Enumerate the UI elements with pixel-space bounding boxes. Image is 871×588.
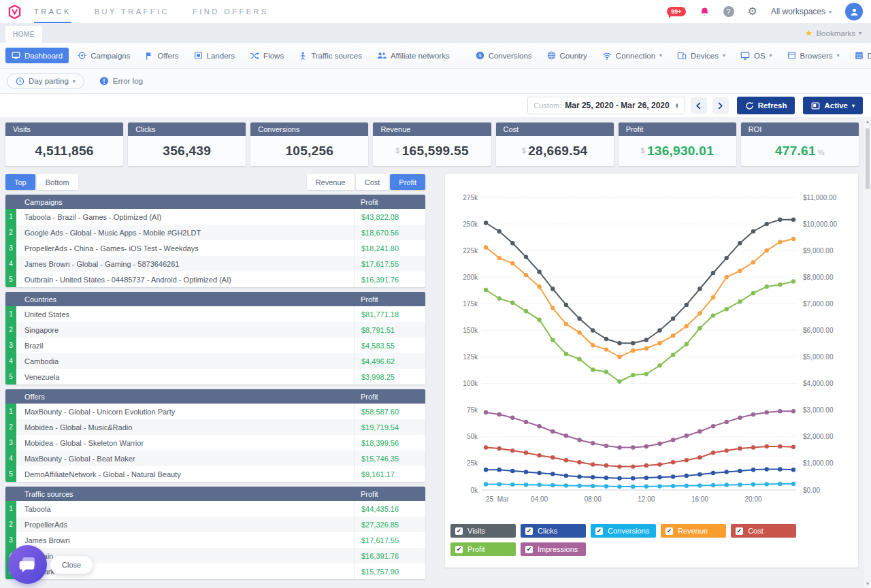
legend-toggle-impressions[interactable]: ✔Impressions	[521, 542, 586, 556]
table-row[interactable]: 1Taboola$44,435.16	[5, 501, 425, 517]
bottom-toggle-button[interactable]: Bottom	[37, 174, 78, 190]
metric-tab-revenue[interactable]: Revenue	[307, 174, 355, 190]
svg-text:$1,000.00: $1,000.00	[803, 459, 834, 467]
svg-text:$8,000.00: $8,000.00	[803, 274, 834, 281]
rank-badge: 4	[5, 451, 16, 466]
prev-period-button[interactable]	[691, 97, 707, 114]
scrollbar-thumb[interactable]	[866, 128, 870, 189]
date-range-input[interactable]: Custom: Mar 25, 2020 - Mar 26, 2020 ▲▼	[527, 97, 685, 114]
date-stepper-icon[interactable]: ▲▼	[675, 103, 679, 108]
nav-find-offers[interactable]: FIND OFFERS	[193, 0, 269, 23]
legend-label: Clicks	[538, 527, 557, 535]
actions-row: Custom: Mar 25, 2020 - Mar 26, 2020 ▲▼ R…	[0, 94, 871, 117]
toolbar-item-devices[interactable]: Devices▾	[671, 48, 732, 64]
table-row[interactable]: 3James Brown$17,617.55	[5, 532, 425, 548]
row-profit-value: $43,822.08	[354, 209, 425, 225]
rank-badge: 2	[5, 225, 16, 240]
table-row[interactable]: 5Outbrain - United States - 04485737 - A…	[5, 272, 425, 287]
user-avatar[interactable]	[845, 3, 863, 20]
table-row[interactable]: 2Mobidea - Global - Music&Radio$19,719.5…	[5, 419, 425, 435]
globe-icon	[547, 51, 556, 60]
legend-label: Impressions	[538, 545, 578, 553]
nav-track[interactable]: TRACK	[34, 0, 71, 23]
table-row[interactable]: 1MaxBounty - Global - Unicorn Evolution …	[5, 404, 425, 419]
notifications-badge[interactable]: 99+	[667, 7, 685, 16]
toolbar-item-landers[interactable]: Landers	[188, 48, 242, 63]
toolbar-item-date[interactable]: Date▾	[849, 48, 871, 63]
next-period-button[interactable]	[712, 97, 729, 114]
help-icon[interactable]: ?	[723, 6, 734, 17]
workspaces-dropdown[interactable]: All workspaces ▾	[771, 7, 832, 16]
table-row[interactable]: 1United States$81,771.18	[5, 306, 425, 322]
ranking-table-campaigns: CampaignsProfit1Taboola - Brazil - Games…	[5, 195, 425, 287]
scroll-up-icon[interactable]: ▲	[864, 119, 871, 124]
row-profit-value: $9,161.17	[354, 466, 425, 482]
table-row[interactable]: 4MaxBounty - Global - Beat Maker$15,746.…	[5, 451, 425, 466]
calendar-icon	[855, 51, 864, 60]
active-status-dropdown[interactable]: Active ▾	[803, 97, 863, 114]
tab-home[interactable]: HOME	[5, 26, 42, 43]
row-profit-value: $44,435.16	[354, 501, 425, 517]
table-row[interactable]: 3Mobidea - Global - Skeleton Warrior$18,…	[5, 435, 425, 451]
table-row[interactable]: 2PropellerAds$27,326.85	[5, 517, 425, 532]
table-row[interactable]: 5DemoAffiliateNetwork - Global - Natural…	[5, 466, 425, 482]
table-row[interactable]: 2Google Ads - Global - Music Apps - Mobi…	[5, 225, 425, 240]
ranking-table-offers: OffersProfit1MaxBounty - Global - Unicor…	[5, 389, 425, 482]
row-profit-value: $16,391.76	[354, 548, 425, 564]
table-row[interactable]: 5Venezuela$3,998.25	[5, 369, 425, 385]
table-row[interactable]: 2Singapore$8,791.51	[5, 322, 425, 338]
metric-tab-profit[interactable]: Profit	[390, 174, 425, 190]
refresh-button[interactable]: Refresh	[737, 97, 795, 114]
nav-buy-traffic[interactable]: BUY TRAFFIC	[95, 0, 169, 23]
table-row[interactable]: 1Taboola - Brazil - Games - Optimized (A…	[5, 209, 425, 225]
metric-tab-cost[interactable]: Cost	[356, 174, 389, 190]
toolbar-item-campaigns[interactable]: Campaigns	[71, 48, 136, 63]
svg-text:75k: 75k	[467, 406, 478, 414]
toolbar-item-browsers[interactable]: Browsers▾	[781, 48, 846, 63]
dollar-circle-icon: $	[476, 51, 484, 60]
toolbar-item-dashboard[interactable]: Dashboard	[5, 48, 69, 63]
legend-toggle-visits[interactable]: ✔Visits	[450, 524, 516, 538]
legend-toggle-cost[interactable]: ✔Cost	[731, 524, 796, 538]
stat-card-title: ROI	[741, 122, 859, 136]
table-row[interactable]: 4James Brown - Global - Gaming - 5873646…	[5, 256, 425, 272]
svg-text:$0.00: $0.00	[803, 487, 820, 494]
toolbar-item-affiliate-networks[interactable]: Affiliate networks	[371, 48, 456, 64]
settings-gear-icon[interactable]: ⚙	[748, 6, 757, 17]
legend-toggle-revenue[interactable]: ✔Revenue	[661, 524, 726, 538]
toolbar-item-label: Flows	[263, 52, 284, 60]
legend-toggle-clicks[interactable]: ✔Clicks	[521, 524, 586, 538]
toolbar-item-traffic-sources[interactable]: Traffic sources	[293, 48, 368, 63]
page-scrollbar[interactable]: ▲ ▼	[864, 117, 871, 588]
rank-badge: 3	[5, 240, 16, 256]
table-row[interactable]: 3Brazil$4,583.55	[5, 338, 425, 353]
toolbar-item-country[interactable]: Country	[541, 48, 593, 63]
toolbar-item-flows[interactable]: Flows	[244, 48, 290, 64]
rank-badge: 5	[5, 466, 16, 482]
toolbar-item-conversions[interactable]: $Conversions	[470, 48, 538, 63]
redtrack-logo-icon[interactable]	[8, 4, 22, 19]
error-log-button[interactable]: Error log	[99, 76, 143, 86]
table-row[interactable]: 3PropellerAds - China - Games- iOS Test …	[5, 240, 425, 256]
table-title: Countries	[5, 295, 354, 304]
bookmarks-dropdown[interactable]: Bookmarks	[816, 29, 855, 37]
svg-text:250k: 250k	[463, 220, 478, 228]
legend-toggle-profit[interactable]: ✔Profit	[450, 542, 516, 556]
day-parting-filter[interactable]: Day parting ▾	[7, 74, 84, 89]
top-toggle-button[interactable]: Top	[5, 174, 35, 190]
scroll-down-icon[interactable]: ▼	[864, 581, 871, 586]
row-profit-value: $15,757.90	[354, 564, 425, 579]
legend-label: Conversions	[608, 527, 649, 535]
rank-badge: 3	[5, 435, 16, 451]
legend-toggle-conversions[interactable]: ✔Conversions	[591, 524, 656, 538]
chat-launcher-button[interactable]	[8, 545, 47, 584]
toolbar-item-offers[interactable]: Offers	[139, 48, 184, 63]
chat-close-button[interactable]: Close	[50, 556, 93, 574]
toolbar-item-os[interactable]: OS▾	[734, 48, 778, 64]
table-row[interactable]: 4Cambodia$4,496.62	[5, 353, 425, 369]
row-name: Taboola - Brazil - Games - Optimized (AI…	[16, 213, 354, 221]
whats-new-bell-icon[interactable]	[700, 7, 710, 17]
chart-svg: 275k$11,000.00250k$10,000.00225k$9,000.0…	[450, 178, 854, 516]
toolbar-item-connection[interactable]: Connection▾	[596, 48, 668, 64]
row-name: Venezuela	[16, 373, 354, 381]
